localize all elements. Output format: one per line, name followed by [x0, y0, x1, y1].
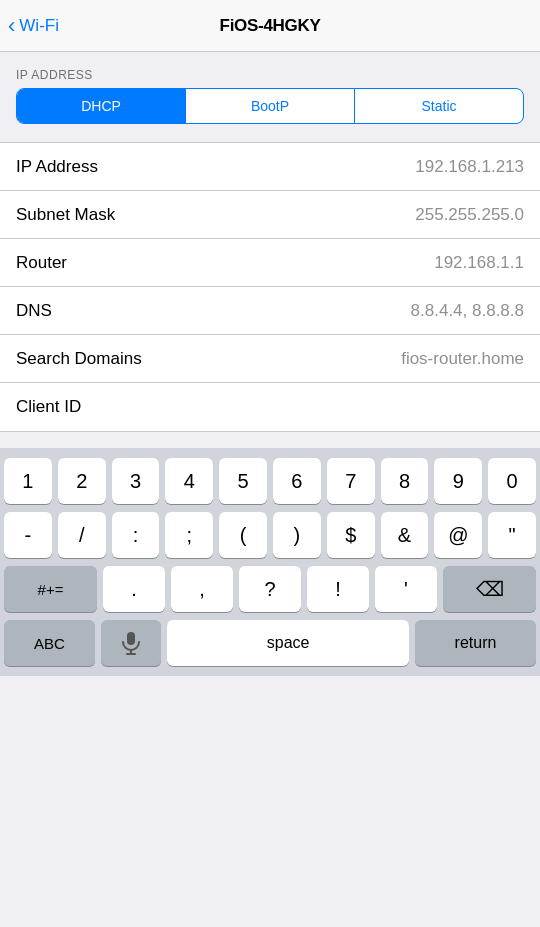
microphone-icon: [121, 631, 141, 655]
row-value-router: 192.168.1.1: [434, 253, 524, 273]
row-label-client-id: Client ID: [16, 397, 81, 417]
row-value-subnet-mask: 255.255.255.0: [415, 205, 524, 225]
row-label-dns: DNS: [16, 301, 52, 321]
key-period[interactable]: .: [103, 566, 165, 612]
back-label: Wi-Fi: [19, 16, 59, 36]
key-open-paren[interactable]: (: [219, 512, 267, 558]
key-1[interactable]: 1: [4, 458, 52, 504]
page-title: FiOS-4HGKY: [220, 16, 321, 36]
key-apostrophe[interactable]: ': [375, 566, 437, 612]
svg-rect-0: [127, 632, 135, 645]
row-label-router: Router: [16, 253, 67, 273]
table-row: Router 192.168.1.1: [0, 239, 540, 287]
key-close-paren[interactable]: ): [273, 512, 321, 558]
key-0[interactable]: 0: [488, 458, 536, 504]
network-info-table: IP Address 192.168.1.213 Subnet Mask 255…: [0, 142, 540, 432]
keyboard-row-special: #+= . , ? ! ' ⌫: [4, 566, 536, 612]
segment-static[interactable]: Static: [355, 89, 523, 123]
key-space[interactable]: space: [167, 620, 409, 666]
key-2[interactable]: 2: [58, 458, 106, 504]
segment-dhcp[interactable]: DHCP: [17, 89, 185, 123]
row-label-search-domains: Search Domains: [16, 349, 142, 369]
key-semicolon[interactable]: ;: [165, 512, 213, 558]
key-3[interactable]: 3: [112, 458, 160, 504]
key-dollar[interactable]: $: [327, 512, 375, 558]
table-row: Search Domains fios-router.home: [0, 335, 540, 383]
key-quote[interactable]: ": [488, 512, 536, 558]
row-label-ip-address: IP Address: [16, 157, 98, 177]
key-7[interactable]: 7: [327, 458, 375, 504]
table-row: IP Address 192.168.1.213: [0, 143, 540, 191]
table-row[interactable]: Client ID: [0, 383, 540, 431]
key-9[interactable]: 9: [434, 458, 482, 504]
keyboard-bottom-row: ABC space return: [4, 620, 536, 666]
back-button[interactable]: ‹ Wi-Fi: [8, 15, 59, 37]
back-chevron-icon: ‹: [8, 15, 15, 37]
keyboard: 1 2 3 4 5 6 7 8 9 0 - / : ; ( ) $ & @ " …: [0, 448, 540, 676]
key-backspace[interactable]: ⌫: [443, 566, 536, 612]
key-slash[interactable]: /: [58, 512, 106, 558]
key-abc[interactable]: ABC: [4, 620, 95, 666]
row-label-subnet-mask: Subnet Mask: [16, 205, 115, 225]
key-colon[interactable]: :: [112, 512, 160, 558]
key-at[interactable]: @: [434, 512, 482, 558]
keyboard-row-numbers: 1 2 3 4 5 6 7 8 9 0: [4, 458, 536, 504]
keyboard-row-symbols: - / : ; ( ) $ & @ ": [4, 512, 536, 558]
key-8[interactable]: 8: [381, 458, 429, 504]
key-microphone[interactable]: [101, 620, 161, 666]
key-5[interactable]: 5: [219, 458, 267, 504]
table-row: DNS 8.8.4.4, 8.8.8.8: [0, 287, 540, 335]
key-comma[interactable]: ,: [171, 566, 233, 612]
key-6[interactable]: 6: [273, 458, 321, 504]
key-ampersand[interactable]: &: [381, 512, 429, 558]
key-question[interactable]: ?: [239, 566, 301, 612]
key-hashplus[interactable]: #+=: [4, 566, 97, 612]
section-header-ip: IP ADDRESS: [0, 52, 540, 88]
row-value-search-domains: fios-router.home: [401, 349, 524, 369]
nav-bar: ‹ Wi-Fi FiOS-4HGKY: [0, 0, 540, 52]
key-exclamation[interactable]: !: [307, 566, 369, 612]
segment-bootp[interactable]: BootP: [186, 89, 354, 123]
row-value-dns: 8.8.4.4, 8.8.8.8: [411, 301, 524, 321]
key-dash[interactable]: -: [4, 512, 52, 558]
table-row: Subnet Mask 255.255.255.0: [0, 191, 540, 239]
ip-mode-segmented-control: DHCP BootP Static: [16, 88, 524, 124]
backspace-icon: ⌫: [476, 577, 504, 601]
key-return[interactable]: return: [415, 620, 536, 666]
row-value-ip-address: 192.168.1.213: [415, 157, 524, 177]
key-4[interactable]: 4: [165, 458, 213, 504]
